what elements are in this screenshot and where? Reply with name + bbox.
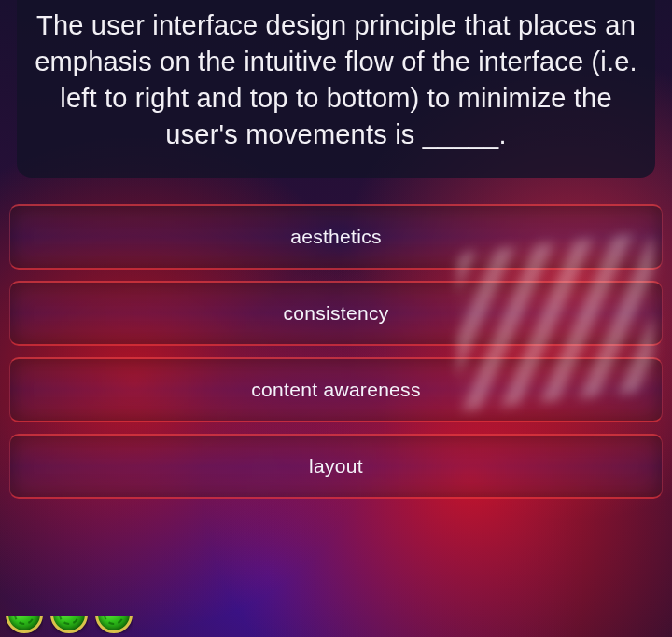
answer-option-label: layout bbox=[309, 455, 363, 478]
answers-list: aesthetics consistency content awareness… bbox=[0, 195, 672, 499]
token-row bbox=[6, 596, 133, 633]
answer-option-label: content awareness bbox=[251, 379, 420, 401]
token-icon bbox=[50, 596, 88, 633]
question-text: The user interface design principle that… bbox=[35, 10, 637, 149]
token-icon bbox=[6, 596, 43, 633]
answer-option-2[interactable]: consistency bbox=[9, 281, 663, 346]
answer-option-1[interactable]: aesthetics bbox=[9, 204, 663, 270]
answer-option-3[interactable]: content awareness bbox=[9, 357, 663, 422]
answer-option-4[interactable]: layout bbox=[9, 434, 663, 499]
answer-option-label: aesthetics bbox=[290, 226, 382, 248]
token-icon bbox=[95, 596, 133, 633]
question-card: The user interface design principle that… bbox=[17, 0, 655, 178]
answer-option-label: consistency bbox=[283, 302, 388, 325]
